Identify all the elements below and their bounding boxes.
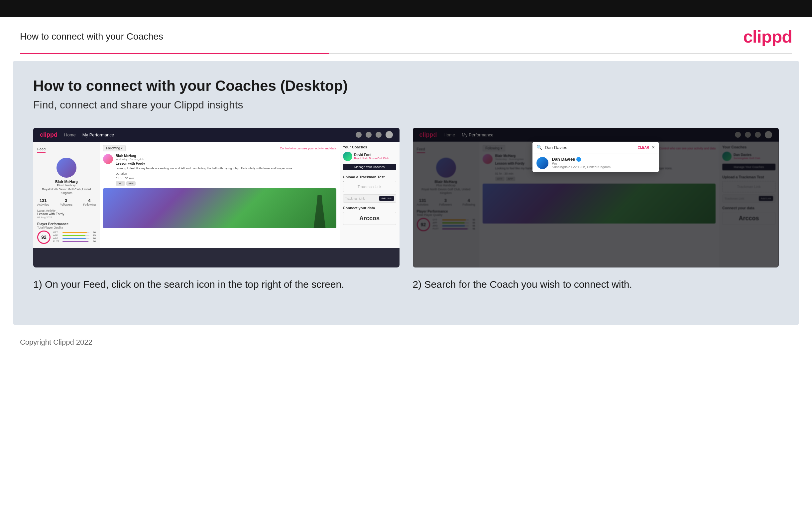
- ss1-bar-ott-track: [62, 232, 89, 233]
- ss1-followers-label: Followers: [59, 203, 73, 206]
- ss1-post-avatar: [103, 154, 113, 164]
- ss1-bar-ott-label: OTT: [53, 231, 61, 234]
- ss1-performance-label: Player Performance: [37, 222, 96, 226]
- ss1-post-content: Blair McHarg Yesterday · Sunningdale Les…: [116, 154, 293, 186]
- ss1-toggle-row: OTT APP: [116, 181, 293, 186]
- ss1-toggle-app[interactable]: APP: [126, 181, 136, 186]
- screenshot-block-1: clippd Home My Performance Feed: [33, 128, 399, 291]
- copyright-text: Copyright Clippd 2022: [20, 338, 92, 346]
- ss1-nav-home: Home: [64, 132, 76, 137]
- top-bar: [0, 0, 812, 17]
- ss1-manage-btn[interactable]: Manage Your Coaches: [343, 164, 396, 170]
- ss1-bar-arg-label: ARG: [53, 237, 61, 240]
- ss1-bar-arg-val: 86: [90, 237, 96, 240]
- ss1-profile-image: [56, 158, 77, 178]
- ss1-add-btn[interactable]: Add Link: [379, 196, 393, 201]
- golf-silhouette: [310, 195, 330, 228]
- ss1-coach-details: David Ford Royal North Devon Golf Club: [354, 153, 389, 160]
- ss2-search-result[interactable]: Dan Davies Pro Sunningdale Golf Club, Un…: [532, 153, 659, 172]
- ss1-stats-row: 131 Activities 3 Followers 4 Following: [37, 198, 96, 206]
- ss1-score-circle: 92: [37, 230, 51, 244]
- page-subheading: Find, connect and share your Clippd insi…: [33, 99, 779, 111]
- step1-label: 1) On your Feed, click on the search ico…: [33, 278, 399, 291]
- ss2-result-role: Pro: [552, 162, 611, 165]
- ss1-score-row: 92 OTT 90 APP: [37, 230, 96, 244]
- ss1-nav-performance: My Performance: [83, 132, 114, 137]
- settings-icon[interactable]: [376, 132, 382, 138]
- page-title: How to connect with your Coaches: [20, 31, 163, 42]
- ss1-stat-activities: 131 Activities: [37, 198, 49, 206]
- search-icon[interactable]: [355, 132, 362, 138]
- ss1-bar-app-label: APP: [53, 234, 61, 237]
- ss1-performance: Player Performance Total Player Quality …: [37, 222, 96, 244]
- ss1-coach-name: David Ford: [354, 153, 389, 157]
- ss1-coach-item: David Ford Royal North Devon Golf Club: [343, 152, 396, 161]
- ss1-duration: Duration: [116, 172, 293, 175]
- ss1-upload-title: Upload a Trackman Test: [343, 175, 396, 179]
- ss2-search-popup: 🔍 Dan Davies CLEAR × Dan Davies Pro: [532, 142, 659, 172]
- ss1-bar-putt-label: PUTT: [53, 240, 61, 243]
- ss2-clear-button[interactable]: CLEAR: [637, 146, 649, 150]
- ss1-quality-label: Total Player Quality: [37, 226, 96, 229]
- ss1-bar-arg-fill: [62, 238, 86, 239]
- ss1-followers-num: 3: [59, 198, 73, 203]
- footer: Copyright Clippd 2022: [0, 331, 812, 353]
- ss1-latest-activity-value: Lesson with Fordy: [37, 212, 96, 216]
- header-divider: [20, 53, 792, 54]
- profile-icon[interactable]: [366, 132, 372, 138]
- ss2-search-icon-popup: 🔍: [536, 145, 542, 150]
- ss1-sidebar: Feed Blair McHarg Plus HandicapRoyal Nor…: [33, 142, 100, 248]
- ss1-bar-arg-track: [62, 238, 89, 239]
- ss1-stat-following: 4 Following: [83, 198, 96, 206]
- ss1-trackman-box: Trackman Link: [343, 181, 396, 192]
- ss1-lesson-title: Lesson with Fordy: [116, 162, 293, 165]
- ss1-bar-ott: OTT 90: [53, 231, 96, 234]
- user-avatar-icon[interactable]: [386, 131, 393, 138]
- ss1-following-btn[interactable]: Following ▾: [103, 145, 126, 152]
- ss1-arccos-logo: Arccos: [343, 212, 396, 225]
- ss1-stat-followers: 3 Followers: [59, 198, 73, 206]
- ss2-result-name: Dan Davies: [552, 157, 575, 162]
- page-heading: How to connect with your Coaches (Deskto…: [33, 78, 779, 94]
- ss1-following-label: Following: [83, 203, 96, 206]
- ss1-bar-app-val: 85: [90, 234, 96, 237]
- main-content: How to connect with your Coaches (Deskto…: [13, 61, 799, 325]
- clippd-logo: clippd: [743, 27, 792, 47]
- ss1-latest-activity-date: 03 Aug 2022: [37, 216, 96, 219]
- ss1-nav-logo: clippd: [40, 131, 57, 138]
- ss1-post-sub: Yesterday · Sunningdale: [116, 158, 293, 161]
- ss1-bar-arg: ARG 86: [53, 237, 96, 240]
- ss1-bar-app: APP 85: [53, 234, 96, 237]
- screenshot-block-2: clippd Home My Performance Feed: [413, 128, 779, 291]
- header: How to connect with your Coaches clippd: [0, 17, 812, 53]
- screenshots-row: clippd Home My Performance Feed: [33, 128, 779, 291]
- ss1-post-name: Blair McHarg: [116, 154, 293, 158]
- ss2-result-club: Sunningdale Golf Club, United Kingdom: [552, 165, 611, 169]
- screenshot-2: clippd Home My Performance Feed: [413, 128, 779, 267]
- ss1-coaches-title: Your Coaches: [343, 145, 396, 149]
- ss2-search-input-value[interactable]: Dan Davies: [545, 145, 635, 150]
- ss1-activities-label: Activities: [37, 203, 49, 206]
- ss1-bar-app-fill: [62, 235, 85, 236]
- ss2-result-badge: [576, 157, 581, 162]
- ss1-latest-activity-label: Latest Activity: [37, 209, 96, 212]
- ss1-profile-detail: Plus HandicapRoyal North Devon Golf Club…: [37, 184, 96, 195]
- ss1-right: Your Coaches David Ford Royal North Devo…: [340, 142, 399, 248]
- ss1-trackman-input[interactable]: Trackman Link Add Link: [343, 194, 396, 203]
- ss1-coach-avatar: [343, 152, 352, 161]
- ss1-toggle-ott[interactable]: OTT: [116, 181, 125, 186]
- ss1-nav: clippd Home My Performance: [33, 128, 399, 142]
- ss1-bar-ott-val: 90: [90, 231, 96, 234]
- ss1-following-row: Following ▾ Control who can see your act…: [103, 145, 336, 152]
- ss1-bar-putt-track: [62, 241, 89, 242]
- ss2-search-bar: 🔍 Dan Davies CLEAR ×: [532, 142, 659, 153]
- ss1-post-card: Blair McHarg Yesterday · Sunningdale Les…: [103, 154, 336, 186]
- ss1-bar-putt-val: 96: [90, 240, 96, 243]
- ss1-profile-name: Blair McHarg: [37, 180, 96, 184]
- ss1-nav-icons: [355, 131, 393, 138]
- ss2-close-button[interactable]: ×: [652, 144, 655, 151]
- ss1-bar-putt: PUTT 96: [53, 240, 96, 243]
- ss2-result-name-row: Dan Davies: [552, 157, 611, 162]
- ss1-control-link[interactable]: Control who can see your activity and da…: [280, 147, 336, 150]
- ss1-body: Feed Blair McHarg Plus HandicapRoyal Nor…: [33, 142, 399, 248]
